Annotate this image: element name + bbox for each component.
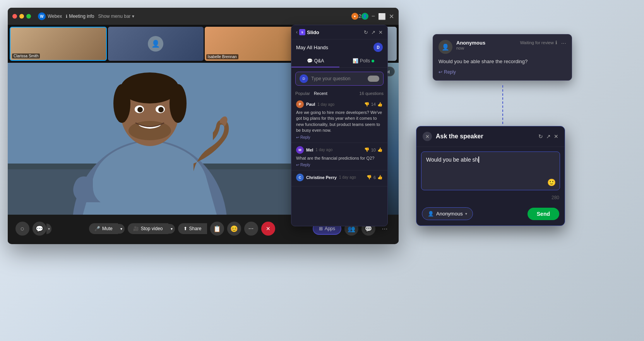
polls-active-dot <box>372 60 374 62</box>
reactions-chevron[interactable]: ▾ <box>46 224 51 234</box>
apps-grid-icon: ⊞ <box>319 226 323 231</box>
participant-thumb-1[interactable]: Paul Clarissa Smith <box>10 27 107 61</box>
participant-label-1: Paul Clarissa Smith <box>12 53 40 59</box>
q1-votes: 👎 14 👍 <box>364 102 383 107</box>
ask-speaker-panel: ✕ Ask the speaker ↻ ↗ ✕ Would you be abl… <box>416 126 565 226</box>
app-logo: W Webex <box>38 12 62 20</box>
connector-line <box>502 85 503 124</box>
slido-question-input-box[interactable]: D Type your question <box>295 72 384 86</box>
thumbsdown-icon-2: 👎 <box>364 147 370 152</box>
end-call-button[interactable]: ✕ <box>261 222 275 236</box>
more-icon: ··· <box>248 225 253 232</box>
reactions-icon: 💬 <box>36 225 43 232</box>
q2-reply-button[interactable]: ↩ Reply <box>296 163 383 167</box>
thumbsdown-icon: 👎 <box>364 102 370 107</box>
emoji-icon: 😊 <box>230 225 238 232</box>
tab-polls[interactable]: 📊 Polls <box>339 55 387 67</box>
tab-qa[interactable]: 💬 Q&A <box>291 55 339 67</box>
slido-user-avatar: D <box>373 43 383 52</box>
thumbsup-icon-3: 👍 <box>377 175 383 180</box>
emoji-smile-icon: 🙂 <box>547 179 556 186</box>
filter-recent[interactable]: Recent <box>314 91 327 96</box>
slido-close-icon[interactable]: ✕ <box>379 29 383 35</box>
video-chevron[interactable]: ▾ <box>168 224 175 234</box>
user-anon-icon: 👤 <box>428 211 434 217</box>
activity-button[interactable]: ○ <box>15 222 29 236</box>
window-max-icon[interactable]: ⬜ <box>378 13 386 20</box>
qa-icon: 💬 <box>307 58 313 64</box>
notification-card: 👤 Anonymous now Waiting for review ℹ ···… <box>433 34 572 81</box>
mute-chevron[interactable]: ▾ <box>118 224 125 234</box>
reactions-emoji-button[interactable]: 😊 <box>227 222 241 236</box>
slido-chevron-icon[interactable]: ‹ <box>296 29 298 35</box>
stop-video-button[interactable]: 🎥 Stop video <box>128 223 168 234</box>
notif-status: Waiting for review ℹ <box>520 40 557 45</box>
thumbsup-icon: 👍 <box>377 102 383 107</box>
q1-reply-button[interactable]: ↩ Reply <box>296 135 383 140</box>
questions-count: 16 questions <box>360 91 384 96</box>
participant-thumb-3[interactable]: Isabelle Brennan <box>205 27 300 61</box>
minimize-button[interactable] <box>19 14 24 19</box>
activity-icon-container: ○ <box>15 222 29 236</box>
window-close-icon[interactable]: ✕ <box>389 13 394 20</box>
anonymous-toggle[interactable] <box>368 76 379 82</box>
show-menu-bar-button[interactable]: Show menu bar ▾ <box>98 14 134 19</box>
share-button[interactable]: ⬆ Share <box>178 223 207 234</box>
notif-reply-button[interactable]: ↩ Reply <box>438 69 566 75</box>
question-item-2: M Mel 1 day ago 👎 10 👍 What are the fina… <box>291 143 387 170</box>
slido-question-list: P Paul 1 day ago 👎 14 👍 Are we going to … <box>291 97 387 226</box>
asp-refresh-icon[interactable]: ↻ <box>538 133 543 140</box>
asp-external-icon[interactable]: ↗ <box>546 133 551 140</box>
ask-speaker-input[interactable]: Would you be able sh 🙂 <box>421 152 560 190</box>
emoji-button[interactable]: 🙂 <box>547 178 556 187</box>
q3-time: 1 day ago <box>339 175 356 179</box>
whiteboard-button[interactable]: 📋 <box>210 222 224 236</box>
mic-icon: 🎤 <box>94 226 100 231</box>
end-call-icon: ✕ <box>266 226 271 232</box>
slido-panel-header: ‹ s Slido ↻ ↗ ✕ <box>291 25 387 40</box>
q2-text: What are the financial predictions for Q… <box>296 155 383 161</box>
notif-message: Would you be able share the recording? <box>438 58 566 65</box>
brand-name: Webex <box>48 14 62 19</box>
text-cursor <box>478 157 479 163</box>
notif-header: 👤 Anonymous now Waiting for review ℹ ··· <box>438 40 566 54</box>
q2-avatar: M <box>296 146 304 154</box>
q3-votes: 👎 6 👍 <box>367 175 383 180</box>
slido-refresh-icon[interactable]: ↻ <box>364 29 368 35</box>
reactions-button[interactable]: 💬 <box>33 222 46 236</box>
q2-time: 1 day ago <box>315 148 332 152</box>
share-button-group: ⬆ Share <box>178 223 207 234</box>
anonymous-button[interactable]: 👤 Anonymous ▾ <box>422 207 473 220</box>
window-min-icon[interactable]: − <box>372 13 375 20</box>
question-input[interactable]: Type your question <box>311 76 365 81</box>
slido-header-icons: ↻ ↗ ✕ <box>364 29 383 35</box>
notif-name-row: Anonymous now <box>456 40 516 50</box>
thumbsdown-icon-3: 👎 <box>367 175 372 180</box>
asp-input-text: Would you be able sh <box>426 157 479 163</box>
q1-username: Paul <box>306 102 315 107</box>
slido-title: Slido <box>307 29 319 35</box>
participant-label-3: Isabelle Brennan <box>206 54 238 59</box>
close-button[interactable] <box>12 14 17 19</box>
participant-thumb-2[interactable]: 👤 <box>108 27 204 61</box>
char-count: 280 <box>416 195 565 203</box>
notif-username: Anonymous <box>456 40 516 46</box>
title-bar: W Webex ℹ Meeting info Show menu bar ▾ 1… <box>8 8 399 25</box>
meeting-info-button[interactable]: ℹ Meeting info <box>66 14 94 19</box>
notif-more-options[interactable]: ··· <box>561 40 566 47</box>
send-button[interactable]: Send <box>528 208 559 220</box>
asp-title: Ask the speaker <box>436 133 534 140</box>
window-controls <box>12 14 31 19</box>
asp-close-button[interactable]: ✕ <box>423 132 432 141</box>
mute-button[interactable]: 🎤 Mute <box>89 223 118 234</box>
maximize-button[interactable] <box>26 14 31 19</box>
asp-window-close-icon[interactable]: ✕ <box>554 133 558 140</box>
reply-arrow-icon: ↩ <box>438 69 442 75</box>
record-icon: ● <box>351 13 358 20</box>
slido-external-icon[interactable]: ↗ <box>371 29 375 35</box>
svg-point-9 <box>128 121 171 140</box>
more-options-button[interactable]: ··· <box>244 222 258 236</box>
slido-tabs: 💬 Q&A 📊 Polls <box>291 55 387 68</box>
question-item-1: P Paul 1 day ago 👎 14 👍 Are we going to … <box>291 97 387 143</box>
filter-popular[interactable]: Popular <box>295 91 310 96</box>
